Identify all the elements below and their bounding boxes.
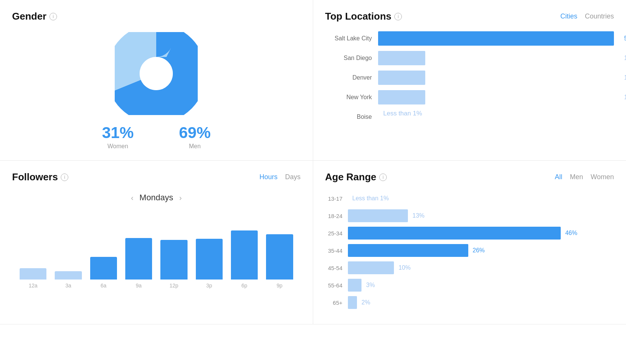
women-label: Women bbox=[108, 143, 128, 150]
gender-body: 31% Women 69% Men bbox=[12, 28, 301, 150]
location-bar bbox=[378, 31, 614, 46]
age-pct: 13% bbox=[412, 212, 425, 219]
bar-column: 6p bbox=[231, 230, 258, 289]
location-row: Salt Lake City5% bbox=[325, 31, 614, 46]
location-name: Denver bbox=[325, 74, 378, 81]
age-range-label: 13-17 bbox=[325, 195, 348, 202]
age-bar bbox=[348, 227, 561, 240]
age-bar-wrap: 10% bbox=[348, 261, 614, 274]
location-row: San Diego1% bbox=[325, 51, 614, 65]
location-bar bbox=[378, 90, 425, 104]
bar-label: 12p bbox=[169, 283, 178, 289]
age-row: 13-17Less than 1% bbox=[325, 192, 614, 205]
age-bar-wrap: 2% bbox=[348, 296, 614, 309]
location-bar-wrap: 1% bbox=[378, 90, 614, 104]
bar-column: 12p bbox=[160, 240, 187, 289]
followers-info-icon[interactable]: i bbox=[61, 174, 68, 181]
bar bbox=[125, 238, 152, 280]
age-range-label: 55-64 bbox=[325, 282, 348, 289]
tab-cities[interactable]: Cities bbox=[560, 12, 577, 20]
location-bar bbox=[378, 71, 425, 85]
age-range-panel: Age Range i All Men Women 13-17Less than… bbox=[313, 161, 626, 324]
location-pct: 1% bbox=[624, 94, 626, 101]
age-bar bbox=[348, 279, 362, 292]
location-bar-wrap: 1% bbox=[378, 71, 614, 85]
locations-info-icon[interactable]: i bbox=[394, 13, 402, 20]
location-row: New York1% bbox=[325, 90, 614, 104]
age-row: 55-643% bbox=[325, 279, 614, 292]
age-pct: 26% bbox=[473, 247, 485, 254]
age-row: 18-2413% bbox=[325, 209, 614, 222]
location-pct: 1% bbox=[624, 55, 626, 61]
bar bbox=[20, 268, 46, 280]
age-bar bbox=[348, 296, 357, 309]
locations-body: Salt Lake City5%San Diego1%Denver1%New Y… bbox=[325, 28, 614, 124]
gender-title-group: Gender i bbox=[12, 11, 57, 22]
bar-label: 6p bbox=[241, 283, 248, 289]
age-info-icon[interactable]: i bbox=[379, 174, 387, 181]
age-pct: Less than 1% bbox=[352, 195, 389, 202]
age-tabs: All Men Women bbox=[555, 173, 614, 181]
bar bbox=[90, 257, 117, 280]
followers-body: ‹ Mondays › 12a3a6a9a12p3p6p9p bbox=[12, 189, 301, 289]
age-range-label: 25-34 bbox=[325, 230, 348, 237]
bar bbox=[55, 271, 82, 280]
day-next-arrow[interactable]: › bbox=[179, 194, 182, 202]
tab-all[interactable]: All bbox=[555, 173, 562, 181]
age-range-label: 18-24 bbox=[325, 213, 348, 219]
location-bar-wrap: 5% bbox=[378, 31, 614, 46]
followers-title: Followers bbox=[12, 171, 58, 183]
men-label: Men bbox=[189, 143, 201, 150]
tab-days[interactable]: Days bbox=[285, 173, 300, 181]
gender-panel: Gender i 31% Women bbox=[0, 0, 313, 161]
age-body: 13-17Less than 1%18-2413%25-3446%35-4426… bbox=[325, 189, 614, 309]
svg-point-2 bbox=[140, 57, 173, 90]
day-label: Mondays bbox=[140, 193, 173, 203]
gender-info-icon[interactable]: i bbox=[49, 13, 57, 20]
bar-label: 12a bbox=[29, 283, 37, 289]
women-pct: 31% bbox=[102, 124, 134, 141]
bar-column: 6a bbox=[90, 257, 117, 289]
age-bar-wrap: 13% bbox=[348, 209, 614, 222]
day-navigator: ‹ Mondays › bbox=[12, 193, 301, 203]
age-title-group: Age Range i bbox=[325, 171, 387, 183]
age-row: 25-3446% bbox=[325, 227, 614, 240]
bar bbox=[160, 240, 187, 280]
age-row: 35-4426% bbox=[325, 244, 614, 257]
bar-label: 3p bbox=[206, 283, 212, 289]
age-bar bbox=[348, 244, 468, 257]
day-prev-arrow[interactable]: ‹ bbox=[131, 194, 134, 202]
tab-women[interactable]: Women bbox=[591, 173, 614, 181]
tab-countries[interactable]: Countries bbox=[585, 12, 614, 20]
women-stat: 31% Women bbox=[102, 124, 134, 150]
bar-label: 3a bbox=[65, 283, 71, 289]
gender-stats: 31% Women 69% Men bbox=[102, 124, 211, 150]
bar-column: 12a bbox=[20, 268, 46, 289]
age-bar-wrap: 3% bbox=[348, 279, 614, 292]
tab-men[interactable]: Men bbox=[570, 173, 583, 181]
location-name: San Diego bbox=[325, 55, 378, 61]
bar-column: 3p bbox=[196, 239, 223, 289]
bar-label: 9a bbox=[136, 283, 142, 289]
locations-header: Top Locations i Cities Countries bbox=[325, 11, 614, 22]
age-pct: 46% bbox=[565, 230, 577, 237]
age-range-label: 45-54 bbox=[325, 265, 348, 271]
age-pct: 10% bbox=[398, 264, 411, 271]
age-bar-wrap: Less than 1% bbox=[348, 192, 614, 205]
location-row: BoiseLess than 1% bbox=[325, 110, 614, 124]
followers-bar-chart: 12a3a6a9a12p3p6p9p bbox=[12, 213, 301, 289]
bar-column: 9p bbox=[266, 234, 293, 289]
bar-label: 6a bbox=[100, 283, 106, 289]
bar-column: 9a bbox=[125, 238, 152, 289]
location-row: Denver1% bbox=[325, 71, 614, 85]
locations-title-group: Top Locations i bbox=[325, 11, 402, 22]
tab-hours[interactable]: Hours bbox=[259, 173, 277, 181]
age-bar-wrap: 26% bbox=[348, 244, 614, 257]
age-row: 45-5410% bbox=[325, 261, 614, 274]
age-pct: 3% bbox=[366, 282, 375, 289]
bar bbox=[196, 239, 223, 280]
followers-header: Followers i Hours Days bbox=[12, 171, 301, 183]
bar bbox=[266, 234, 293, 280]
location-bar-wrap: 1% bbox=[378, 51, 614, 65]
bar-column: 3a bbox=[55, 271, 82, 289]
